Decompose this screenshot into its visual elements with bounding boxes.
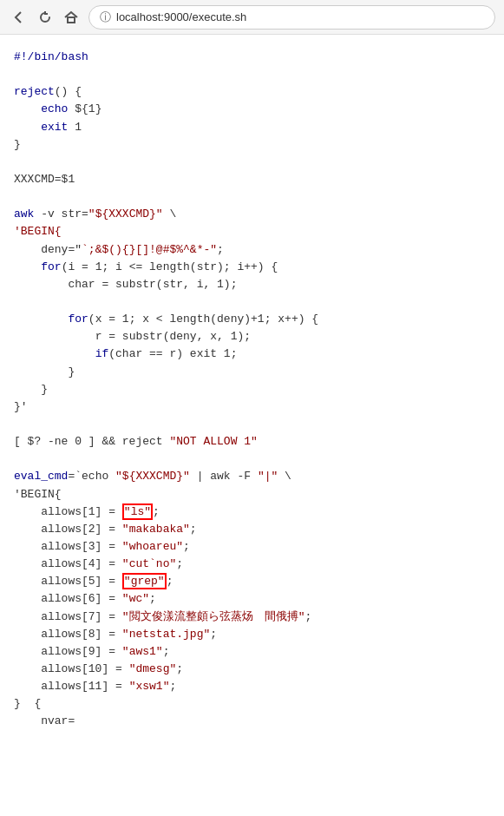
address-bar[interactable]: ⓘ localhost:9000/execute.sh	[88, 5, 495, 30]
nav-buttons	[9, 7, 82, 28]
info-icon: ⓘ	[100, 10, 111, 25]
browser-toolbar: ⓘ localhost:9000/execute.sh	[0, 0, 504, 35]
back-button[interactable]	[9, 7, 29, 28]
home-button[interactable]	[61, 7, 82, 28]
url-text: localhost:9000/execute.sh	[116, 10, 246, 23]
reload-button[interactable]	[35, 7, 56, 28]
svg-rect-0	[68, 17, 75, 23]
code-content: #!/bin/bash reject() { echo ${1} exit 1 …	[0, 35, 504, 744]
